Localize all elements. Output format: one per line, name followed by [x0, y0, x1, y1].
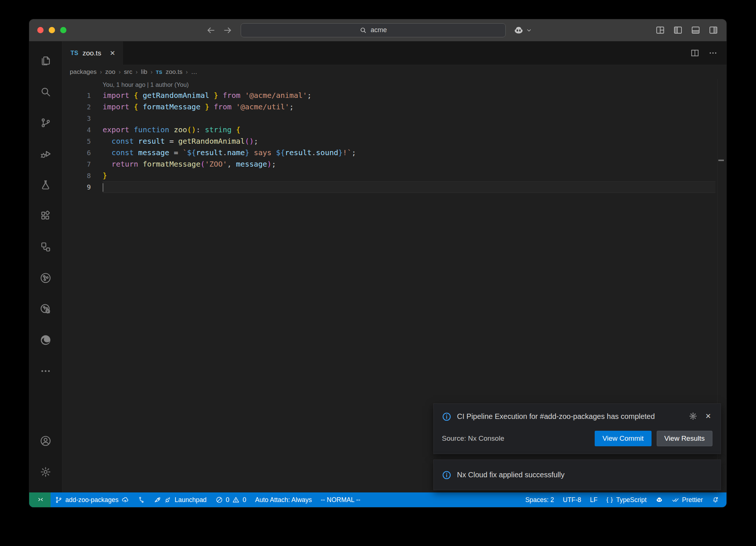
tab-bar: TS zoo.ts ✕: [62, 41, 726, 65]
search-text: acme: [371, 26, 387, 34]
branch-item-label: add-zoo-packages: [65, 496, 118, 504]
breadcrumb-item[interactable]: zoo: [105, 68, 115, 76]
breadcrumb-file[interactable]: zoo.ts: [166, 68, 182, 76]
double-check-icon: [672, 496, 679, 504]
code-text: export function zoo(): string {: [103, 124, 240, 136]
code-line[interactable]: 6 const message = `${result.name} says $…: [62, 147, 726, 158]
toggle-secondary-sidebar-icon[interactable]: [708, 25, 718, 35]
more-actions-icon[interactable]: [708, 48, 718, 58]
line-number: 7: [62, 158, 91, 170]
line-number: 3: [62, 113, 91, 124]
problems-item[interactable]: 00: [211, 492, 251, 507]
breadcrumb-more[interactable]: …: [191, 68, 197, 76]
code-line[interactable]: 9: [62, 181, 726, 193]
line-number: 4: [62, 124, 91, 136]
git-graph-item[interactable]: [133, 492, 150, 507]
copilot-item[interactable]: [651, 492, 667, 507]
run-debug-icon[interactable]: [29, 138, 62, 169]
rocket-icon: [154, 496, 161, 504]
formatter-item[interactable]: Prettier: [667, 492, 707, 507]
search-icon[interactable]: [29, 76, 62, 107]
launchpad-item[interactable]: Launchpad: [150, 492, 211, 507]
close-window-button[interactable]: [37, 27, 44, 33]
copilot-menu-button[interactable]: [513, 25, 532, 36]
split-editor-icon[interactable]: [690, 48, 700, 58]
auto-attach-item[interactable]: Auto Attach: Always: [251, 492, 316, 507]
notification-message: Nx Cloud fix applied successfully: [457, 470, 564, 480]
breadcrumb-item[interactable]: src: [124, 68, 133, 76]
code-line[interactable]: 7 return formatMessage('ZOO', message);: [62, 158, 726, 170]
breadcrumb-separator: ›: [100, 69, 102, 75]
search-icon: [360, 27, 367, 34]
breadcrumb-separator: ›: [186, 69, 188, 75]
copilot-icon: [656, 496, 663, 504]
text-cursor: [103, 183, 103, 192]
plug-icon: [164, 496, 172, 504]
code-text: import { getRandomAnimal } from '@acme/a…: [103, 90, 312, 101]
info-icon: [442, 411, 451, 422]
minimize-window-button[interactable]: [49, 27, 55, 33]
code-line[interactable]: 2import { formatMessage } from '@acme/ut…: [62, 101, 726, 113]
eol-item-label: LF: [590, 496, 597, 504]
command-center-search[interactable]: acme: [241, 23, 506, 37]
account-icon[interactable]: [29, 425, 62, 456]
current-line-highlight: [103, 181, 715, 193]
project-graph-icon[interactable]: [29, 262, 62, 293]
breadcrumb-separator: ›: [119, 69, 121, 75]
line-number: 6: [62, 147, 91, 158]
breadcrumb-item[interactable]: packages: [70, 68, 97, 76]
typescript-file-icon: TS: [156, 69, 162, 75]
toggle-panel-icon[interactable]: [691, 25, 701, 35]
code-text: }: [103, 170, 107, 181]
source-control-icon[interactable]: [29, 107, 62, 138]
zoom-window-button[interactable]: [60, 27, 66, 33]
bell-item[interactable]: [707, 492, 724, 507]
customize-layout-icon[interactable]: [655, 25, 665, 35]
language-item[interactable]: { }TypeScript: [602, 492, 651, 507]
cloud-graph-icon[interactable]: [29, 293, 62, 324]
remote-indicator[interactable]: [29, 492, 51, 507]
overview-ruler-cursor-marker: [718, 160, 724, 161]
code-line[interactable]: 8}: [62, 170, 726, 181]
gitlens-annotation: You, 1 hour ago | 1 author (You): [103, 80, 726, 90]
auto-attach-item-label: Auto Attach: Always: [255, 496, 312, 504]
notification-close-icon[interactable]: ✕: [704, 412, 712, 420]
code-line[interactable]: 3: [62, 113, 726, 124]
breadcrumb-separator: ›: [136, 69, 138, 75]
code-line[interactable]: 5 const result = getRandomAnimal();: [62, 136, 726, 147]
vim-mode-item[interactable]: -- NORMAL --: [316, 492, 365, 507]
toggle-primary-sidebar-icon[interactable]: [673, 25, 683, 35]
view-commit-button[interactable]: View Commit: [595, 431, 652, 446]
extensions-icon[interactable]: [29, 200, 62, 231]
forward-icon[interactable]: [222, 25, 233, 36]
explorer-icon[interactable]: [29, 45, 62, 76]
view-results-button[interactable]: View Results: [657, 431, 712, 446]
testing-icon[interactable]: [29, 169, 62, 200]
branch-item[interactable]: add-zoo-packages: [51, 492, 133, 507]
code-line[interactable]: 1import { getRandomAnimal } from '@acme/…: [62, 90, 726, 101]
indentation-item[interactable]: Spaces: 2: [521, 492, 559, 507]
settings-gear-icon[interactable]: [29, 456, 62, 487]
more-icon[interactable]: [29, 355, 62, 386]
line-number: 2: [62, 101, 91, 113]
chevron-down-icon: [526, 28, 532, 33]
notification-toast: Nx Cloud fix applied successfully: [433, 460, 721, 490]
typescript-file-icon: TS: [71, 50, 78, 57]
code-line[interactable]: 4export function zoo(): string {: [62, 124, 726, 136]
activity-bar: [29, 41, 62, 492]
encoding-item-label: UTF-8: [563, 496, 581, 504]
edge-tools-icon[interactable]: [29, 324, 62, 355]
problems-item-label: 0: [226, 496, 230, 504]
eol-item[interactable]: LF: [585, 492, 602, 507]
remote-icon: [36, 496, 44, 504]
breadcrumb-item[interactable]: lib: [141, 68, 147, 76]
problems-item-label: 0: [243, 496, 246, 504]
nx-console-icon[interactable]: [29, 231, 62, 262]
tab-zoo-ts[interactable]: TS zoo.ts ✕: [62, 41, 123, 65]
encoding-item[interactable]: UTF-8: [559, 492, 586, 507]
notification-settings-gear-icon[interactable]: [689, 412, 697, 420]
formatter-item-label: Prettier: [682, 496, 703, 504]
back-icon[interactable]: [205, 25, 216, 36]
close-tab-icon[interactable]: ✕: [110, 49, 115, 57]
warning-icon: [232, 496, 240, 504]
